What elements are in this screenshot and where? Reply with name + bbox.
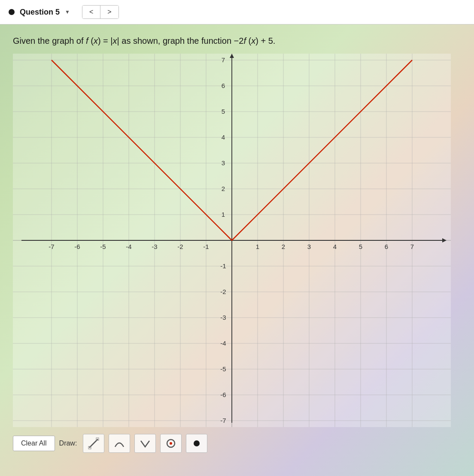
dot-tool-icon xyxy=(191,437,203,449)
svg-text:3: 3 xyxy=(222,159,225,167)
svg-point-69 xyxy=(170,442,172,445)
svg-text:-2: -2 xyxy=(177,243,183,250)
line-tool-button[interactable] xyxy=(83,434,104,453)
checkmark-tool-icon xyxy=(139,437,151,449)
svg-text:-6: -6 xyxy=(220,391,226,398)
line-tool-icon xyxy=(88,437,100,449)
svg-text:-1: -1 xyxy=(203,243,209,250)
svg-text:-7: -7 xyxy=(220,417,226,424)
svg-text:-7: -7 xyxy=(49,243,54,250)
curve-tool-button[interactable] xyxy=(109,434,130,453)
svg-text:2: 2 xyxy=(222,185,225,192)
svg-text:4: 4 xyxy=(222,133,225,141)
svg-text:7: 7 xyxy=(410,243,414,250)
question-label: Question 5 xyxy=(20,8,60,17)
question-dot-indicator xyxy=(9,9,15,15)
circle-tool-button[interactable] xyxy=(160,434,182,453)
svg-point-70 xyxy=(194,440,200,446)
svg-text:1: 1 xyxy=(222,211,225,218)
svg-text:-1: -1 xyxy=(220,262,226,270)
svg-text:-4: -4 xyxy=(126,243,131,250)
toolbar: Clear All Draw: xyxy=(13,431,207,456)
svg-text:2: 2 xyxy=(282,243,285,250)
graph-svg[interactable]: -7 -6 -5 -4 -3 -2 -1 1 2 3 4 5 6 7 7 6 5… xyxy=(13,54,451,427)
svg-text:4: 4 xyxy=(333,243,337,250)
svg-text:-3: -3 xyxy=(220,314,226,321)
draw-label: Draw: xyxy=(59,440,77,447)
svg-text:7: 7 xyxy=(222,56,225,64)
svg-text:-6: -6 xyxy=(74,243,80,250)
checkmark-tool-button[interactable] xyxy=(134,434,156,453)
header-bar: Question 5 ▼ < > xyxy=(0,0,474,24)
curve-tool-icon xyxy=(113,437,125,449)
nav-buttons: < > xyxy=(82,5,119,19)
clear-all-button[interactable]: Clear All xyxy=(13,436,55,451)
svg-text:-3: -3 xyxy=(152,243,157,250)
svg-text:-5: -5 xyxy=(220,365,226,373)
svg-text:-5: -5 xyxy=(100,243,106,250)
svg-text:6: 6 xyxy=(222,82,225,89)
nav-prev-button[interactable]: < xyxy=(82,6,100,18)
question-text: Given the graph of f (x) = |x| as shown,… xyxy=(13,35,275,47)
svg-text:1: 1 xyxy=(256,243,259,250)
svg-text:3: 3 xyxy=(307,243,311,250)
graph-container[interactable]: -7 -6 -5 -4 -3 -2 -1 1 2 3 4 5 6 7 7 6 5… xyxy=(13,54,451,427)
svg-text:-2: -2 xyxy=(220,288,226,295)
nav-next-button[interactable]: > xyxy=(100,6,118,18)
svg-text:-4: -4 xyxy=(220,340,226,347)
question-dropdown-arrow[interactable]: ▼ xyxy=(65,9,70,15)
dot-tool-button[interactable] xyxy=(186,434,207,453)
svg-text:6: 6 xyxy=(385,243,388,250)
svg-text:5: 5 xyxy=(222,108,225,115)
circle-tool-icon xyxy=(165,437,177,449)
main-content: Given the graph of f (x) = |x| as shown,… xyxy=(0,24,474,476)
svg-text:5: 5 xyxy=(359,243,362,250)
